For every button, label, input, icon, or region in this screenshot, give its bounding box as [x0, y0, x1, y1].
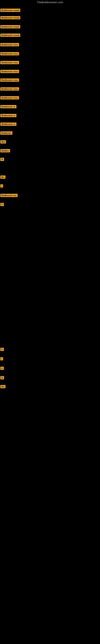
bottleneck-badge: E	[0, 203, 4, 206]
bottleneck-badge: |	[0, 357, 3, 360]
bottleneck-badge: Bottleneck resu	[0, 70, 19, 73]
bottleneck-badge: B	[0, 376, 4, 379]
bottleneck-badge: Bottleneck result	[0, 25, 20, 28]
bottleneck-badge: Bottleneck re	[0, 122, 16, 126]
bottleneck-badge: Bot	[0, 140, 6, 144]
bottleneck-badge: Bottleneck resu	[0, 61, 19, 64]
bottleneck-badge: Bottleneck resu	[0, 87, 19, 90]
bottleneck-badge: Bottleneck resu	[0, 52, 19, 55]
bottleneck-badge: Bo	[0, 176, 5, 179]
bottleneck-badge: Bottleneck res	[0, 194, 18, 197]
bottleneck-badge: |	[0, 184, 3, 188]
bottleneck-badge: Bottlen	[0, 149, 10, 152]
bottleneck-badge: Bottleneck re	[0, 114, 16, 117]
site-title: TheBottlenecker.com	[0, 0, 100, 5]
bottleneck-badge: Bottleneck result	[0, 16, 20, 19]
bottleneck-badge: Bottleneck resu	[0, 43, 19, 46]
bottleneck-badge: Bottleneck resu	[0, 78, 19, 82]
bottleneck-badge: Bo	[0, 385, 5, 388]
bottleneck-badge: E	[0, 348, 4, 351]
bottleneck-badge: Bottleneck result	[0, 9, 20, 12]
bottleneck-badge: Bottleneck resu	[0, 96, 19, 100]
bottleneck-badge: Bottleneck re	[0, 105, 16, 108]
bottleneck-badge: B	[0, 158, 4, 161]
bottleneck-badge: Bottlenec	[0, 132, 12, 135]
bottleneck-badge: Bottleneck result	[0, 34, 20, 37]
bottleneck-badge: E	[0, 367, 4, 370]
